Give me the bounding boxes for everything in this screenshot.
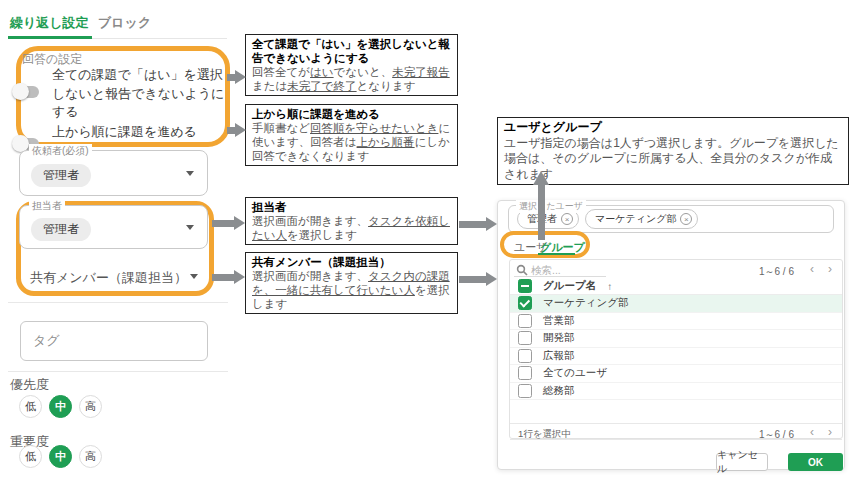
callout-text: 未完了報告 — [392, 66, 450, 78]
divider — [8, 371, 228, 372]
callout-text: 手順書など — [252, 122, 310, 134]
remove-chip-icon[interactable]: × — [561, 213, 573, 225]
callout-text: ユーザ指定の場合は1人ずつ選択します。グループを選択した場合は、そのグループに所… — [504, 136, 839, 181]
importance-mid[interactable]: 中 — [49, 445, 72, 468]
divider — [8, 302, 228, 303]
callout-text: または — [252, 80, 287, 92]
callout-text: 回答順を守らせたいとき — [310, 122, 438, 134]
tab-repeat-settings[interactable]: 繰り返し設定 — [10, 14, 89, 32]
row-checkbox[interactable] — [518, 331, 532, 345]
row-checkbox[interactable] — [518, 296, 532, 310]
callout-text: でないと、 — [334, 66, 393, 78]
selected-users-label: 選択したユーザ — [516, 200, 586, 213]
search-icon — [516, 264, 528, 276]
pagination-next-icon[interactable]: › — [828, 264, 832, 274]
column-header-group-name[interactable]: グループ名 — [543, 279, 596, 293]
select-all-checkbox[interactable] — [518, 279, 532, 293]
table-row[interactable]: 広報部 — [510, 348, 842, 366]
arrow-right-icon — [212, 270, 245, 284]
callout-shared-member: 共有メンバー（課題担当） 選択画面が開きます、タスク内の課題を、一緒に共有して行… — [245, 252, 458, 314]
search-underline — [514, 276, 606, 277]
callout-title: 全て課題で「はい」を選択しないと報告できないようにする — [252, 38, 450, 64]
chevron-down-icon[interactable] — [186, 225, 194, 230]
priority-options: 低 中 高 — [19, 395, 102, 418]
callout-text: 未完了で終了 — [287, 80, 356, 92]
priority-label: 優先度 — [10, 376, 49, 394]
pagination-range: 1～6 / 6 — [759, 428, 794, 442]
selected-chip-marketing[interactable]: マーケティング部 × — [585, 209, 698, 229]
priority-mid[interactable]: 中 — [49, 395, 72, 418]
row-checkbox[interactable] — [518, 314, 532, 328]
group-table: 検索... 1～6 / 6 ‹ › グループ名 ↑ マーケティング部 営業部 — [509, 259, 843, 439]
remove-chip-icon[interactable]: × — [680, 213, 692, 225]
arrow-up-icon — [533, 171, 549, 240]
importance-high[interactable]: 高 — [79, 445, 102, 468]
callout-title: ユーザとグループ — [504, 120, 602, 134]
callout-assignee: 担当者 選択画面が開きます、タスクを依頼したい人を選択します — [245, 197, 458, 245]
callout-text: を選択します — [287, 229, 357, 241]
table-row[interactable]: 営業部 — [510, 313, 842, 331]
arrow-right-icon — [227, 70, 246, 84]
row-label: 総務部 — [543, 384, 575, 398]
cancel-button[interactable]: キャンセル — [716, 453, 768, 471]
arrow-right-icon — [459, 217, 497, 231]
callout-title: 共有メンバー（課題担当） — [252, 256, 391, 268]
row-checkbox[interactable] — [518, 366, 532, 380]
callout-title: 担当者 — [252, 201, 287, 213]
table-footer: 1行を選択中 1～6 / 6 ‹ › — [510, 423, 842, 440]
chip-label: マーケティング部 — [595, 212, 676, 226]
screenshot-canvas: 繰り返し設定 ブロック 回答の設定 全ての課題で「はい」を選択しないと報告できな… — [0, 0, 852, 482]
requester-select[interactable]: 依頼者(必須) 管理者 — [19, 150, 208, 196]
callout-text: はい — [310, 66, 334, 78]
active-tab-underline — [8, 36, 92, 39]
pagination-next-icon[interactable]: › — [828, 427, 832, 437]
tag-input[interactable]: タグ — [20, 321, 208, 361]
pagination-prev-icon[interactable]: ‹ — [810, 264, 814, 274]
selected-users-field: 選択したユーザ 管理者 × マーケティング部 × — [508, 205, 834, 233]
importance-low[interactable]: 低 — [19, 445, 42, 468]
assignee-select[interactable]: 担当者 管理者 — [19, 205, 208, 249]
table-row[interactable]: 総務部 — [510, 383, 842, 401]
chevron-down-icon[interactable] — [190, 274, 198, 279]
priority-high[interactable]: 高 — [79, 395, 102, 418]
callout-order-top-down: 上から順に課題を進める 手順書など回答順を守らせたいときに使います、回答者は上か… — [245, 104, 458, 166]
table-row[interactable]: マーケティング部 — [510, 295, 842, 313]
row-label: 開発部 — [543, 331, 575, 345]
callout-text: 上から順番 — [357, 136, 415, 148]
row-label: 営業部 — [543, 314, 575, 328]
callout-require-yes: 全て課題で「はい」を選択しないと報告できないようにする 回答全てがはいでないと、… — [245, 34, 458, 96]
table-row[interactable]: 全てのユーザ — [510, 365, 842, 383]
arrow-right-icon — [227, 123, 246, 137]
sort-asc-icon[interactable]: ↑ — [607, 281, 612, 292]
table-row[interactable]: 開発部 — [510, 330, 842, 348]
row-label: マーケティング部 — [543, 296, 628, 310]
row-checkbox[interactable] — [518, 384, 532, 398]
selected-count-label: 1行を選択中 — [518, 428, 571, 441]
assignee-label: 担当者 — [29, 199, 65, 213]
toggle-require-yes-label: 全ての課題で「はい」を選択しないと報告できないようにする — [52, 66, 232, 122]
tab-block[interactable]: ブロック — [98, 14, 151, 32]
toggle-order-top-down-label: 上から順に課題を進める — [52, 123, 232, 142]
row-label: 全てのユーザ — [543, 366, 607, 380]
pagination-prev-icon[interactable]: ‹ — [810, 427, 814, 437]
chevron-down-icon[interactable] — [186, 171, 194, 176]
toggle-require-yes[interactable] — [13, 86, 39, 98]
arrow-right-icon — [212, 216, 245, 230]
shared-member-select[interactable]: 共有メンバー（課題担当） — [30, 269, 187, 287]
callout-user-and-group: ユーザとグループ ユーザ指定の場合は1人ずつ選択します。グループを選択した場合は… — [497, 117, 849, 185]
callout-text: 選択画面が開きます、 — [252, 215, 368, 227]
ok-button[interactable]: OK — [788, 453, 843, 471]
active-tab-underline — [538, 253, 575, 255]
callout-text: となります — [357, 80, 416, 92]
importance-options: 低 中 高 — [19, 445, 102, 468]
assignee-value-chip[interactable]: 管理者 — [31, 218, 91, 241]
row-checkbox[interactable] — [518, 349, 532, 363]
priority-low[interactable]: 低 — [19, 395, 42, 418]
arrow-right-icon — [459, 272, 497, 286]
requester-value-chip[interactable]: 管理者 — [31, 164, 91, 187]
tag-placeholder: タグ — [33, 332, 60, 350]
requester-label: 依頼者(必須) — [29, 144, 92, 158]
table-header-row: グループ名 ↑ — [510, 278, 842, 295]
callout-text: 選択画面が開きます、 — [252, 270, 368, 282]
callout-title: 上から順に課題を進める — [252, 108, 380, 120]
